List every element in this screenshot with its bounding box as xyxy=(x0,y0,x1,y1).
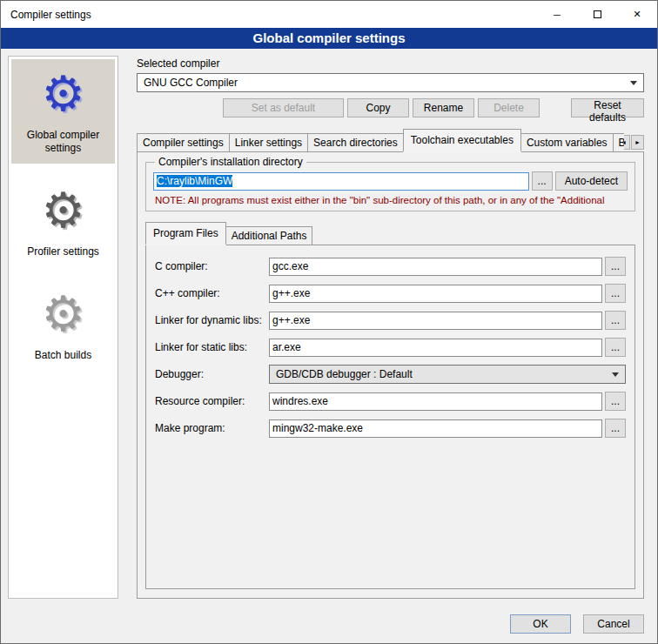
settings-tabstrip: Compiler settings Linker settings Search… xyxy=(137,129,644,151)
dynamic-linker-label: Linker for dynamic libs: xyxy=(155,314,269,326)
batch-builds-icon: ⚙ xyxy=(13,286,113,342)
static-linker-value: ar.exe xyxy=(272,341,301,353)
dynamic-linker-browse-button[interactable]: ... xyxy=(605,311,626,330)
installation-directory-group: Compiler's installation directory C:\ray… xyxy=(145,156,635,211)
bin-subdirectory-note: NOTE: All programs must exist either in … xyxy=(155,195,628,205)
tab-linker-settings[interactable]: Linker settings xyxy=(229,133,308,151)
static-linker-label: Linker for static libs: xyxy=(155,341,269,353)
tab-build-options[interactable]: Buil xyxy=(613,133,624,151)
window-controls: ─ ✕ xyxy=(537,1,657,28)
ok-button[interactable]: OK xyxy=(510,614,571,634)
copy-button[interactable]: Copy xyxy=(347,98,409,117)
autodetect-button[interactable]: Auto-detect xyxy=(555,171,628,191)
make-program-value: mingw32-make.exe xyxy=(272,422,363,434)
dialog-body: ⚙ Global compiler settings ⚙ Profiler se… xyxy=(1,49,657,607)
form-row: Make program: mingw32-make.exe ... xyxy=(155,419,626,438)
tab-scroll-right-icon[interactable]: ► xyxy=(631,135,644,150)
form-row: Linker for dynamic libs: g++.exe ... xyxy=(155,311,626,330)
cpp-compiler-browse-button[interactable]: ... xyxy=(605,284,626,303)
dialog-footer: OK Cancel xyxy=(1,607,657,643)
dynamic-linker-input[interactable]: g++.exe xyxy=(269,312,602,330)
debugger-value: GDB/CDB debugger : Default xyxy=(276,368,413,380)
maximize-icon xyxy=(594,10,601,18)
make-program-browse-button[interactable]: ... xyxy=(605,419,626,438)
c-compiler-label: C compiler: xyxy=(155,260,269,272)
delete-button: Delete xyxy=(478,98,540,117)
static-linker-browse-button[interactable]: ... xyxy=(605,338,626,357)
install-dir-value: C:\raylib\MinGW xyxy=(157,175,232,187)
form-row: C compiler: gcc.exe ... xyxy=(155,257,626,276)
chevron-down-icon xyxy=(630,81,637,85)
resource-compiler-label: Resource compiler: xyxy=(155,395,269,407)
resource-compiler-input[interactable]: windres.exe xyxy=(269,392,602,411)
debugger-dropdown[interactable]: GDB/CDB debugger : Default xyxy=(269,365,626,384)
resource-compiler-browse-button[interactable]: ... xyxy=(605,392,626,411)
tab-program-files[interactable]: Program Files xyxy=(145,222,226,245)
cancel-button[interactable]: Cancel xyxy=(583,614,644,634)
rename-button[interactable]: Rename xyxy=(413,98,474,117)
sidebar-item-label: Profiler settings xyxy=(13,245,113,258)
form-row: Debugger: GDB/CDB debugger : Default xyxy=(155,365,626,384)
cpp-compiler-value: g++.exe xyxy=(272,287,310,299)
close-button[interactable]: ✕ xyxy=(617,1,657,28)
static-linker-input[interactable]: ar.exe xyxy=(269,339,602,357)
minimize-button[interactable]: ─ xyxy=(537,1,577,28)
reset-defaults-button[interactable]: Reset defaults xyxy=(571,98,644,117)
form-row: Resource compiler: windres.exe ... xyxy=(155,392,626,411)
dialog-header: Global compiler settings xyxy=(1,28,657,49)
form-row: C++ compiler: g++.exe ... xyxy=(155,284,626,303)
make-program-input[interactable]: mingw32-make.exe xyxy=(269,419,602,438)
tab-search-directories[interactable]: Search directories xyxy=(307,133,404,151)
install-dir-browse-button[interactable]: ... xyxy=(532,171,553,191)
tab-toolchain-executables[interactable]: Toolchain executables xyxy=(403,129,521,152)
titlebar: Compiler settings ─ ✕ xyxy=(1,1,657,28)
main-panel: Selected compiler GNU GCC Compiler Set a… xyxy=(129,56,650,599)
c-compiler-browse-button[interactable]: ... xyxy=(605,257,626,276)
c-compiler-value: gcc.exe xyxy=(272,260,308,272)
sidebar-item-label: Global compiler settings xyxy=(13,129,113,155)
installation-directory-legend: Compiler's installation directory xyxy=(155,156,306,168)
close-icon: ✕ xyxy=(633,9,641,20)
chevron-down-icon xyxy=(612,372,619,377)
cpp-compiler-input[interactable]: g++.exe xyxy=(269,285,602,303)
program-files-panel: C compiler: gcc.exe ... C++ compiler: xyxy=(145,245,635,589)
selected-compiler-dropdown[interactable]: GNU GCC Compiler xyxy=(137,73,644,92)
selected-compiler-value: GNU GCC Compiler xyxy=(144,77,238,89)
sidebar-item-global-compiler-settings[interactable]: ⚙ Global compiler settings xyxy=(11,59,115,164)
install-dir-input[interactable]: C:\raylib\MinGW xyxy=(153,172,529,191)
sidebar-item-batch-builds[interactable]: ⚙ Batch builds xyxy=(11,279,115,371)
toolchain-executables-panel: Compiler's installation directory C:\ray… xyxy=(137,151,644,599)
sidebar: ⚙ Global compiler settings ⚙ Profiler se… xyxy=(8,56,118,599)
set-as-default-button: Set as default xyxy=(223,98,344,117)
tab-additional-paths[interactable]: Additional Paths xyxy=(225,226,313,245)
compiler-settings-window: Compiler settings ─ ✕ Global compiler se… xyxy=(0,0,658,644)
installation-directory-row: C:\raylib\MinGW ... Auto-detect xyxy=(153,171,628,191)
dialog-header-title: Global compiler settings xyxy=(252,30,405,45)
profiler-settings-icon: ⚙ xyxy=(13,183,113,238)
form-row: Linker for static libs: ar.exe ... xyxy=(155,338,626,357)
compiler-actions: Set as default Copy Rename Delete Reset … xyxy=(137,98,644,117)
tab-custom-variables[interactable]: Custom variables xyxy=(520,133,614,151)
tab-compiler-settings[interactable]: Compiler settings xyxy=(137,133,230,151)
make-program-label: Make program: xyxy=(155,422,269,434)
window-title: Compiler settings xyxy=(1,9,91,21)
maximize-button[interactable] xyxy=(577,1,617,28)
program-files-tabstrip: Program Files Additional Paths xyxy=(145,222,635,245)
global-compiler-settings-icon: ⚙ xyxy=(13,66,113,122)
sidebar-item-label: Batch builds xyxy=(13,349,113,362)
dynamic-linker-value: g++.exe xyxy=(272,314,310,326)
sidebar-item-profiler-settings[interactable]: ⚙ Profiler settings xyxy=(11,176,115,267)
minimize-icon: ─ xyxy=(554,10,561,20)
debugger-label: Debugger: xyxy=(155,368,269,380)
resource-compiler-value: windres.exe xyxy=(272,395,328,407)
cpp-compiler-label: C++ compiler: xyxy=(155,287,269,299)
c-compiler-input[interactable]: gcc.exe xyxy=(269,258,602,276)
selected-compiler-label: Selected compiler xyxy=(137,57,650,70)
